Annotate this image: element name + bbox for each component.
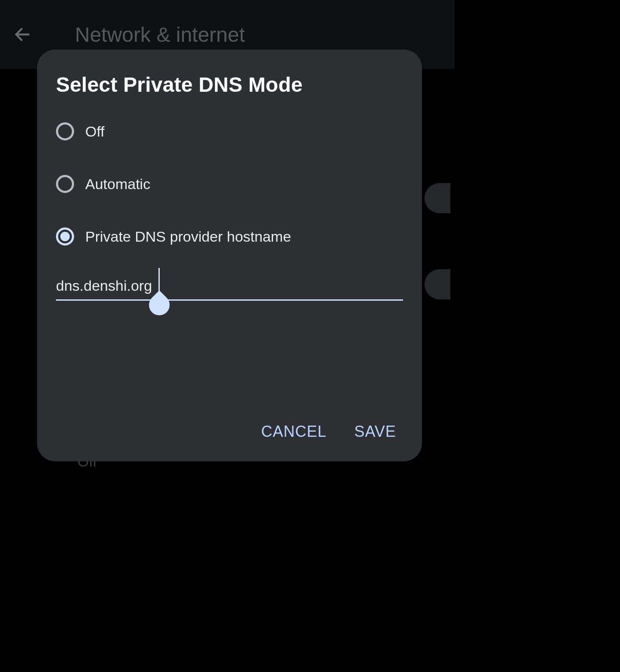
save-button[interactable]: SAVE — [354, 423, 396, 441]
radio-unchecked-icon — [56, 175, 74, 193]
cancel-button[interactable]: CANCEL — [261, 423, 327, 441]
dialog-title: Select Private DNS Mode — [56, 73, 403, 96]
radio-label: Private DNS provider hostname — [85, 228, 291, 245]
private-dns-dialog: Select Private DNS Mode Off Automatic Pr… — [37, 50, 422, 461]
dns-mode-option-off[interactable]: Off — [56, 122, 403, 140]
hostname-field-container — [56, 275, 403, 301]
radio-checked-icon — [56, 227, 74, 246]
text-caret-icon — [158, 268, 160, 291]
radio-label: Off — [85, 123, 105, 140]
dns-hostname-input[interactable] — [56, 275, 403, 301]
dns-mode-option-hostname[interactable]: Private DNS provider hostname — [56, 227, 403, 246]
dns-mode-radio-group: Off Automatic Private DNS provider hostn… — [56, 122, 403, 246]
radio-label: Automatic — [85, 176, 150, 193]
dialog-actions: CANCEL SAVE — [56, 423, 403, 446]
dns-mode-option-automatic[interactable]: Automatic — [56, 175, 403, 193]
radio-dot-icon — [60, 232, 70, 241]
radio-unchecked-icon — [56, 122, 74, 140]
